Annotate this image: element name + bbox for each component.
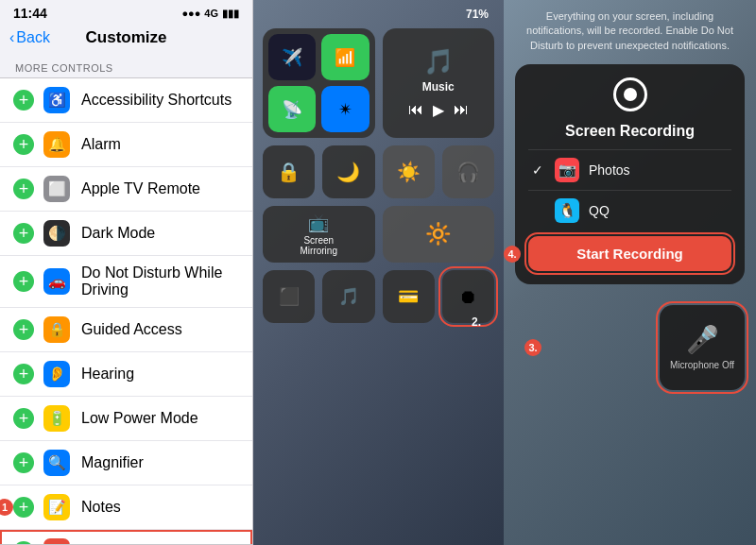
list-item-notes[interactable]: 1 + 📝 Notes xyxy=(0,485,252,530)
add-btn-alarm[interactable]: + xyxy=(13,134,34,155)
hint-text: Everything on your screen, including not… xyxy=(515,9,745,53)
icon-screen-recording: ⏺ xyxy=(43,538,70,545)
voice-memo-tile[interactable]: 🎵 xyxy=(322,270,374,323)
icon-low-power: 🔋 xyxy=(43,405,70,432)
bluetooth-tile[interactable]: ✴ xyxy=(321,86,369,132)
mirroring-icon: 📺 xyxy=(308,213,329,233)
list-item-do-not-disturb[interactable]: + 🚗 Do Not Disturb While Driving xyxy=(0,256,252,308)
checkmark-icon: ✓ xyxy=(532,162,547,178)
list-item-alarm[interactable]: + 🔔 Alarm xyxy=(0,123,252,167)
mic-icon: 🎤 xyxy=(686,324,719,355)
qq-item[interactable]: 🐧 QQ xyxy=(528,190,731,230)
list-item-low-power[interactable]: + 🔋 Low Power Mode xyxy=(0,397,252,441)
phone-status-icons: 71% xyxy=(466,8,489,21)
add-btn-dark-mode[interactable]: + xyxy=(13,223,34,244)
screen-record-tile[interactable]: ⏺ xyxy=(442,270,494,323)
middle-panel: 71% ✈️ 📶 📡 ✴ 🎵 Music ⏮ ▶ ⏭ 🔒 xyxy=(253,0,504,545)
icon-apple-tv-remote: ⬜ xyxy=(43,176,70,202)
photos-item[interactable]: ✓ 📷 Photos xyxy=(528,149,731,190)
icon-do-not-disturb: 🚗 xyxy=(43,268,70,295)
network-icon: 4G xyxy=(204,8,218,19)
add-btn-guided-access[interactable]: + xyxy=(13,319,34,340)
add-btn-hearing[interactable]: + xyxy=(13,364,34,384)
add-btn-notes[interactable]: + xyxy=(13,497,34,518)
label-apple-tv-remote: Apple TV Remote xyxy=(81,180,239,197)
label-dark-mode: Dark Mode xyxy=(81,225,239,242)
list-item-dark-mode[interactable]: + 🌗 Dark Mode xyxy=(0,212,252,256)
music-tile[interactable]: 🎵 Music ⏮ ▶ ⏭ xyxy=(383,28,495,138)
screen-rec-popup: Screen Recording ✓ 📷 Photos 🐧 QQ 4. Star… xyxy=(515,64,745,284)
mirroring-label: Screen xyxy=(303,235,334,246)
qq-icon: 🐧 xyxy=(555,198,579,223)
wallet-tile[interactable]: 💳 xyxy=(383,270,435,323)
icon-accessibility: ♿ xyxy=(43,87,70,113)
volume-tile[interactable]: 🎧 xyxy=(442,145,494,198)
add-btn-do-not-disturb[interactable]: + xyxy=(13,271,34,292)
icon-magnifier: 🔍 xyxy=(43,450,70,476)
start-recording-button[interactable]: 4. Start Recording xyxy=(528,236,731,271)
list-item-apple-tv-remote[interactable]: + ⬜ Apple TV Remote xyxy=(0,167,252,212)
step3-badge: 3. xyxy=(524,339,541,356)
step2-label: 2. xyxy=(472,315,481,329)
rotation-lock-tile[interactable]: 🔒 xyxy=(263,145,315,198)
add-btn-magnifier[interactable]: + xyxy=(13,452,34,473)
label-guided-access: Guided Access xyxy=(81,321,239,338)
list-item-magnifier[interactable]: + 🔍 Magnifier xyxy=(0,441,252,485)
page-title: Customize xyxy=(86,28,167,47)
back-label: Back xyxy=(16,29,50,46)
brightness-tile[interactable]: ☀️ xyxy=(383,145,435,198)
section-header: MORE CONTROLS xyxy=(0,55,252,77)
add-btn-accessibility[interactable]: + xyxy=(13,90,34,111)
controls-list: + ♿ Accessibility Shortcuts + 🔔 Alarm + … xyxy=(0,77,252,545)
list-item-guided-access[interactable]: + 🔒 Guided Access xyxy=(0,308,252,352)
screen-mirroring-tile[interactable]: 📺 Screen Mirroring xyxy=(263,206,375,263)
record-icon xyxy=(613,77,647,111)
time-display: 11:44 xyxy=(13,6,47,21)
add-btn-apple-tv-remote[interactable]: + xyxy=(13,179,34,199)
nav-bar: ‹ Back Customize xyxy=(0,25,252,55)
photos-icon: 📷 xyxy=(555,158,579,182)
label-low-power: Low Power Mode xyxy=(81,410,239,427)
add-btn-screen-recording[interactable]: + xyxy=(13,541,34,545)
brightness-slider-tile[interactable]: 🔆 xyxy=(383,206,495,263)
popup-title: Screen Recording xyxy=(528,123,731,140)
icon-dark-mode: 🌗 xyxy=(43,220,70,247)
icon-notes: 📝 xyxy=(43,494,70,520)
photos-label: Photos xyxy=(589,162,630,178)
left-panel: 11:44 ●●● 4G ▮▮▮ ‹ Back Customize MORE C… xyxy=(0,0,253,545)
step-badge-1: 1 xyxy=(0,499,13,516)
do-not-disturb-tile[interactable]: 🌙 xyxy=(322,145,374,198)
list-item-screen-recording[interactable]: + ⏺ Screen Recording xyxy=(0,530,252,545)
icon-alarm: 🔔 xyxy=(43,131,70,158)
label-accessibility: Accessibility Shortcuts xyxy=(81,92,239,109)
start-rec-label: Start Recording xyxy=(576,246,683,262)
wifi-tile[interactable]: 📶 xyxy=(321,34,369,80)
cellular-tile[interactable]: 📡 xyxy=(268,86,316,132)
phone-status-bar: 71% xyxy=(253,0,504,25)
next-icon[interactable]: ⏭ xyxy=(454,101,469,119)
label-magnifier: Magnifier xyxy=(81,454,239,471)
icon-hearing: 👂 xyxy=(43,361,70,387)
label-do-not-disturb: Do Not Disturb While Driving xyxy=(81,264,239,298)
battery-icon: ▮▮▮ xyxy=(222,8,239,20)
step4-badge: 4. xyxy=(504,246,521,263)
add-btn-low-power[interactable]: + xyxy=(13,408,34,429)
signal-icon: ●●● xyxy=(181,8,200,19)
list-item-accessibility[interactable]: + ♿ Accessibility Shortcuts xyxy=(0,78,252,123)
microphone-tile[interactable]: 🎤 Microphone Off xyxy=(660,305,745,390)
qq-label: QQ xyxy=(589,203,610,218)
label-alarm: Alarm xyxy=(81,136,239,153)
status-bar-left: 11:44 ●●● 4G ▮▮▮ xyxy=(0,0,252,25)
icon-guided-access: 🔒 xyxy=(43,316,70,343)
mic-section: 🎤 Microphone Off 3. xyxy=(515,305,745,390)
back-button[interactable]: ‹ Back xyxy=(9,29,50,46)
prev-icon[interactable]: ⏮ xyxy=(408,101,423,119)
battery-percent: 71% xyxy=(466,8,489,21)
list-item-hearing[interactable]: + 👂 Hearing xyxy=(0,352,252,397)
airplane-tile[interactable]: ✈️ xyxy=(268,34,316,80)
play-icon[interactable]: ▶ xyxy=(433,101,444,119)
control-center-grid: ✈️ 📶 📡 ✴ 🎵 Music ⏮ ▶ ⏭ 🔒 🌙 ☀️ 🎧 xyxy=(263,28,494,323)
mic-label: Microphone Off xyxy=(670,359,734,371)
label-notes: Notes xyxy=(81,499,239,516)
qr-tile[interactable]: ⬛ xyxy=(263,270,315,323)
